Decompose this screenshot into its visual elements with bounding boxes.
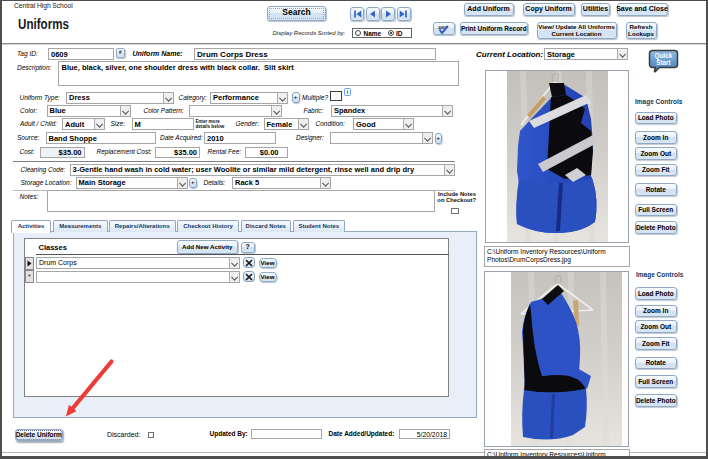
svg-text:Start: Start: [656, 59, 671, 66]
